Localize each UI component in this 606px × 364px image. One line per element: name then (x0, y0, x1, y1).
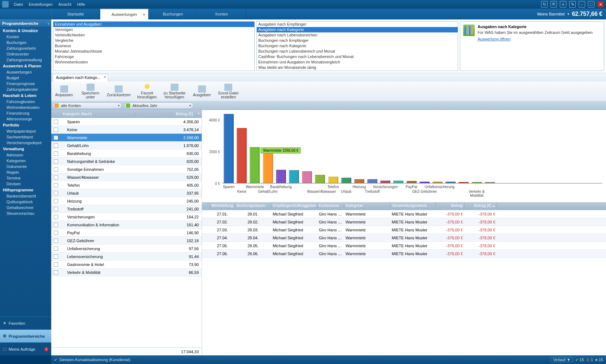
sidebar-item[interactable]: Budget (0, 75, 51, 81)
sidebar-item[interactable]: Zahlungskalender (0, 86, 51, 92)
table-row[interactable]: Urlaub337,95 (51, 189, 202, 197)
report-group-list[interactable]: Einnahmen und AusgabenVermögenVerbindlic… (53, 21, 255, 71)
row-checkbox[interactable] (51, 254, 61, 259)
table-row[interactable]: PayPal146,90 (51, 229, 202, 237)
toolbar-button[interactable]: Excel-Dateierstellen (218, 83, 238, 99)
chart-bar[interactable] (420, 182, 430, 183)
table-row[interactable]: Verkehr & Mobilität66,59 (51, 268, 202, 276)
tx-row[interactable]: 27.05.28.05.Michael SiegfriedGiro Hans u… (202, 242, 606, 250)
sidebar-item[interactable]: Zahlungsverwaltung (0, 57, 51, 63)
list-item[interactable]: Buchungen nach Lebensbereich und Monat (257, 49, 458, 54)
tx-row[interactable]: 27.01.28.01.Michael SiegfriedGiro Hans u… (202, 210, 606, 218)
chart-bar[interactable] (250, 147, 260, 183)
sidebar-item[interactable]: Adressen (0, 152, 51, 158)
sidebar-item[interactable]: Finanzierung (0, 110, 51, 116)
sidebar-item[interactable]: Devisen (0, 181, 51, 187)
account-filter[interactable]: alle Konten (53, 102, 122, 109)
sidebar-item[interactable]: Fahrzeugkosten (0, 99, 51, 105)
period-filter[interactable]: Aktuelles Jahr (124, 102, 193, 109)
table-row[interactable]: Keine3.478,14 (51, 126, 202, 134)
row-checkbox[interactable] (51, 128, 61, 132)
close-icon[interactable]: × (597, 1, 604, 8)
list-item[interactable]: Ausgaben nach Lebensbereichen (257, 32, 458, 38)
balance-display[interactable]: Meine Barmittel ▼ 62.757,66 € (533, 9, 606, 19)
tab-buchungen[interactable]: Buchungen (149, 9, 197, 19)
row-checkbox[interactable] (51, 183, 61, 187)
tx-column[interactable]: Empfänger/Auftraggeber (271, 202, 317, 210)
tx-column[interactable]: Buchungsdatum (235, 202, 271, 210)
toolbar-button[interactable]: zu Startseitehinzufügen (163, 83, 185, 99)
row-checkbox[interactable] (51, 231, 61, 235)
row-checkbox[interactable] (51, 270, 61, 275)
category-column[interactable]: Kategorie (flach) (61, 112, 136, 116)
chart-bar[interactable] (367, 179, 377, 183)
tab-auswertungen[interactable]: Auswertungen✕ (100, 9, 149, 19)
list-item[interactable]: Wieviel Monat bleibt am Ende des Geldes (257, 70, 458, 71)
tx-column[interactable]: Betrag (436, 202, 465, 210)
chart-bar[interactable] (407, 181, 417, 183)
tx-row[interactable]: 27.06.28.06.Michael SiegfriedGiro Hans u… (202, 250, 606, 258)
verlauf-button[interactable]: Verlauf ▼ (550, 357, 573, 362)
row-checkbox[interactable] (51, 159, 61, 164)
sidebar-group[interactable]: Portfolio (0, 122, 51, 128)
toolbar-button[interactable]: Ausgeben (192, 83, 212, 99)
tab-startseite[interactable]: Startseite (51, 9, 100, 19)
menu-help[interactable]: Hilfe (74, 2, 88, 6)
toolbar-button[interactable]: Anpassen (54, 83, 74, 99)
toolbar-button[interactable]: Favorithinzufügen (137, 83, 157, 99)
close-icon[interactable]: ✕ (104, 75, 106, 79)
chart-bar[interactable] (380, 181, 390, 183)
sidebar-group[interactable]: Konten & Umsätze (0, 27, 51, 34)
table-row[interactable]: Sonstige Einnahmen752,05 (51, 165, 202, 173)
sidebar-header[interactable]: Programmbereiche ‹ (0, 19, 51, 27)
row-checkbox[interactable] (51, 199, 61, 203)
sidebar-item[interactable]: Auswertungen (0, 69, 51, 75)
list-item[interactable]: Ausgaben nach Kategorie (257, 27, 458, 32)
row-checkbox[interactable] (51, 175, 61, 179)
chart-bar[interactable] (472, 182, 482, 183)
list-item[interactable]: Ausgaben nach Empfänger (257, 22, 458, 27)
menu-settings[interactable]: Einstellungen (26, 2, 56, 6)
sidebar-item[interactable]: Buchungen (0, 40, 51, 45)
list-item[interactable]: Monats/-Jahresabschlüsse (53, 49, 254, 54)
tx-body[interactable]: 27.01.28.01.Michael SiegfriedGiro Hans u… (202, 210, 606, 355)
row-checkbox[interactable] (51, 120, 61, 124)
row-checkbox[interactable] (51, 143, 61, 148)
chart-bar[interactable] (354, 179, 364, 183)
list-icon[interactable]: ≡ (560, 1, 566, 8)
row-checkbox[interactable] (51, 262, 61, 267)
collapse-icon[interactable]: ‹ (48, 21, 49, 26)
table-row[interactable]: Nahrungsmittel & Getränke820,00 (51, 157, 202, 165)
row-checkbox[interactable] (51, 191, 61, 195)
chart-bar[interactable] (341, 178, 351, 183)
sidebar-item[interactable]: Termine (0, 175, 51, 181)
sidebar-item[interactable]: Sachwertdepot (0, 134, 51, 140)
tx-column[interactable]: Betrag [€] ▲ (465, 202, 497, 210)
row-checkbox[interactable] (51, 151, 61, 156)
table-row[interactable]: Lebensversicherung91,44 (51, 253, 202, 261)
table-row[interactable]: Treibstoff241,00 (51, 205, 202, 213)
sidebar-item[interactable]: Konten (0, 34, 51, 40)
chart-bar[interactable] (289, 170, 299, 183)
sidebar-group[interactable]: Verwaltung (0, 146, 51, 152)
chart-bar[interactable] (445, 182, 456, 183)
tab-close-icon[interactable]: ✕ (142, 13, 145, 17)
list-item[interactable]: Buchungen nach Kategorie (257, 43, 458, 49)
table-row[interactable]: Barabhebung830,00 (51, 150, 202, 157)
chart-bar[interactable] (237, 128, 247, 183)
chart-bar[interactable] (485, 182, 495, 183)
row-checkbox[interactable] (51, 239, 61, 243)
maximize-icon[interactable]: □ (588, 1, 594, 8)
table-body[interactable]: Sparen4.356,00Keine3.478,14✓Warmmiete2.2… (51, 118, 202, 347)
list-item[interactable]: Buchungen nach Empfänger (257, 38, 458, 43)
table-row[interactable]: Gastronomie & Hotel73,90 (51, 261, 202, 268)
tx-column[interactable]: Wertstellung (210, 202, 235, 210)
chart-bar[interactable] (224, 114, 234, 183)
row-checkbox[interactable] (51, 207, 61, 211)
chart-bar[interactable] (263, 153, 273, 183)
sidebar-item[interactable]: Altersvorsorge (0, 116, 51, 122)
sidebar-item[interactable]: Dokumente (0, 164, 51, 169)
toolbar-button[interactable]: Speichernunter (80, 83, 100, 99)
list-item[interactable]: Verbindlichkeiten (53, 32, 254, 38)
tx-column[interactable]: Kontoname (317, 202, 344, 210)
